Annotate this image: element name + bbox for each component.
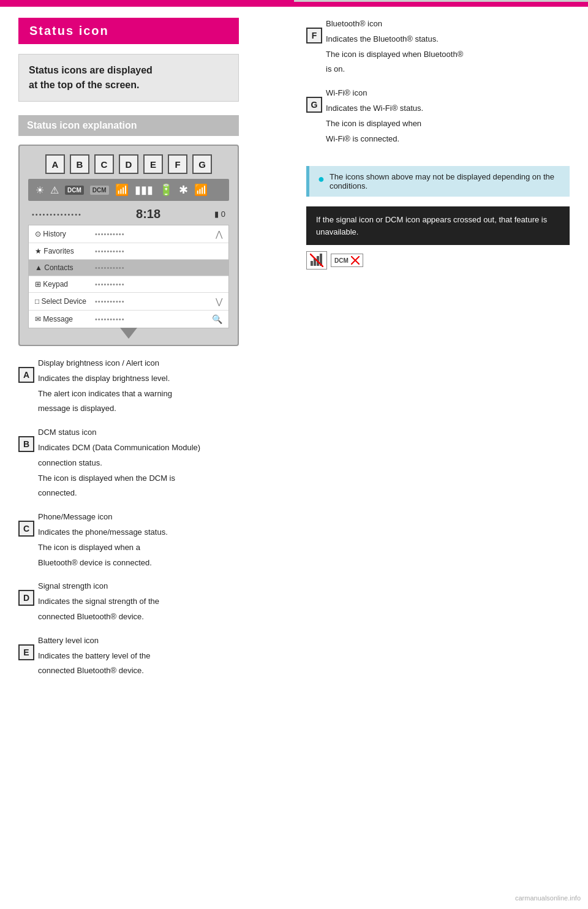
dcm-text: DCM (334, 257, 349, 264)
label-box-E: E (18, 644, 34, 660)
explanation-heading: Status icon explanation (18, 115, 239, 136)
menu-dots-select-device: •••••••••• (95, 298, 211, 305)
label-box-F: F (306, 28, 322, 43)
right-column: F Bluetooth® icon Indicates the Bluetoot… (306, 18, 570, 680)
menu-row-message: ✉ Message •••••••••• 🔍 (29, 311, 228, 328)
signal-x-svg (310, 254, 323, 267)
note-box: ● The icons shown above may not be displ… (306, 166, 570, 197)
section-b-text: DCM status icon Indicates DCM (Data Comm… (38, 426, 200, 502)
label-B: B (70, 154, 89, 174)
label-box-G: G (306, 97, 322, 113)
section-g-text: Wi-Fi® icon Indicates the Wi-Fi® status.… (326, 87, 423, 148)
label-E: E (143, 154, 163, 174)
section-g-header: G Wi-Fi® icon Indicates the Wi-Fi® statu… (306, 87, 570, 148)
menu-dots-contacts: •••••••••• (95, 264, 217, 271)
callout-pointer (28, 328, 229, 339)
note-dot: ● (318, 173, 325, 184)
dcm-crossed-icon: DCM (331, 254, 363, 267)
label-box-A: A (18, 367, 34, 383)
left-column: Status icon Status icons are displayedat… (18, 18, 288, 680)
menu-dots-keypad: •••••••••• (95, 281, 217, 288)
menu-icon-select-device: ⋁ (216, 296, 222, 306)
menu-row-keypad: ⊞ Keypad •••••••••• (29, 276, 228, 293)
screen-mockup: A B C D E F G ☀ ⚠ DCM DCM 📶 ▮▮▮ (18, 145, 239, 346)
dark-box-text: If the signal icon or DCM icon appears c… (316, 215, 547, 236)
menu-row-contacts: ▲ Contacts •••••••••• (29, 260, 228, 276)
section-c-header: C Phone/Message icon Indicates the phone… (18, 511, 288, 571)
menu-label-favorites: ★ Favorites (35, 247, 90, 255)
dcm-x-svg (351, 256, 360, 265)
section-c-text: Phone/Message icon Indicates the phone/m… (38, 511, 168, 571)
brightness-icon: ☀ (36, 184, 44, 196)
bluetooth-icon: ✱ (179, 183, 188, 197)
note-text: The icons shown above may not be display… (330, 172, 561, 190)
menu-label-contacts: ▲ Contacts (35, 263, 90, 272)
status-icon-heading: Status icon (18, 18, 239, 44)
icon-labels-row: A B C D E F G (28, 154, 229, 174)
screen-dots: •••••••••••••• (32, 211, 82, 218)
top-bar (0, 2, 588, 7)
screen-time: 8:18 (136, 207, 160, 221)
section-a-text: Display brightness icon / Alert icon Ind… (38, 357, 172, 418)
dcm-icon-connected: DCM (65, 186, 84, 195)
signal-bars-icon: 📶 (115, 183, 129, 197)
icons-row: ☀ ⚠ DCM DCM 📶 ▮▮▮ 🔋 ✱ 📶 (28, 179, 229, 201)
menu-label-keypad: ⊞ Keypad (35, 280, 90, 289)
menu-label-select-device: □ Select Device (35, 297, 90, 306)
label-D: D (119, 154, 138, 174)
label-F: F (168, 154, 187, 174)
alert-icon: ⚠ (50, 184, 59, 196)
label-box-B: B (18, 436, 34, 452)
menu-label-history: ⊙ History (35, 230, 90, 238)
watermark-text: carmanualsonline.info (515, 894, 581, 902)
label-A: A (45, 154, 65, 174)
section-f-text: Bluetooth® icon Indicates the Bluetooth®… (326, 18, 463, 78)
menu-icon-message: 🔍 (212, 314, 222, 324)
dark-info-box: If the signal icon or DCM icon appears c… (306, 206, 570, 245)
screen-menu-list: ⊙ History •••••••••• ⋀ ★ Favorites •••••… (28, 225, 229, 328)
signal-strength-icon: ▮▮▮ (135, 183, 153, 197)
menu-row-favorites: ★ Favorites •••••••••• (29, 243, 228, 260)
section-f-header: F Bluetooth® icon Indicates the Bluetoot… (306, 18, 570, 78)
label-C: C (94, 154, 114, 174)
svg-rect-0 (311, 261, 313, 266)
battery-icon: 🔋 (159, 183, 173, 197)
menu-dots-message: •••••••••• (95, 315, 207, 323)
signal-crossed-icon (306, 251, 327, 270)
label-box-D: D (18, 590, 34, 606)
desc-box-text: Status icons are displayedat the top of … (29, 65, 153, 90)
section-d-text: Signal strength icon Indicates the signa… (38, 580, 159, 625)
section-b-header: B DCM status icon Indicates DCM (Data Co… (18, 426, 288, 502)
menu-dots-favorites: •••••••••• (95, 247, 217, 255)
watermark: carmanualsonline.info (515, 894, 581, 902)
heading-text: Status icon (29, 24, 109, 37)
section-e-header: E Battery level icon Indicates the batte… (18, 635, 288, 680)
section-e-text: Battery level icon Indicates the battery… (38, 635, 151, 680)
desc-box: Status icons are displayedat the top of … (18, 54, 239, 102)
small-icon-examples: DCM (306, 251, 570, 270)
screen-top-bar: •••••••••••••• 8:18 ▮ 0 (28, 206, 229, 225)
section-d-header: D Signal strength icon Indicates the sig… (18, 580, 288, 625)
menu-label-message: ✉ Message (35, 315, 90, 323)
dcm-icon-main: DCM (90, 186, 109, 195)
label-G: G (192, 154, 212, 174)
wifi-icon: 📶 (194, 183, 208, 197)
section-a-header: A Display brightness icon / Alert icon I… (18, 357, 288, 418)
label-box-C: C (18, 521, 34, 537)
screen-signal: ▮ 0 (214, 209, 225, 219)
menu-dots-history: •••••••••• (95, 230, 211, 238)
explanation-heading-text: Status icon explanation (27, 120, 137, 130)
menu-row-history: ⊙ History •••••••••• ⋀ (29, 225, 228, 243)
menu-row-select-device[interactable]: □ Select Device •••••••••• ⋁ (29, 293, 228, 311)
menu-icon-history: ⋀ (216, 229, 222, 239)
